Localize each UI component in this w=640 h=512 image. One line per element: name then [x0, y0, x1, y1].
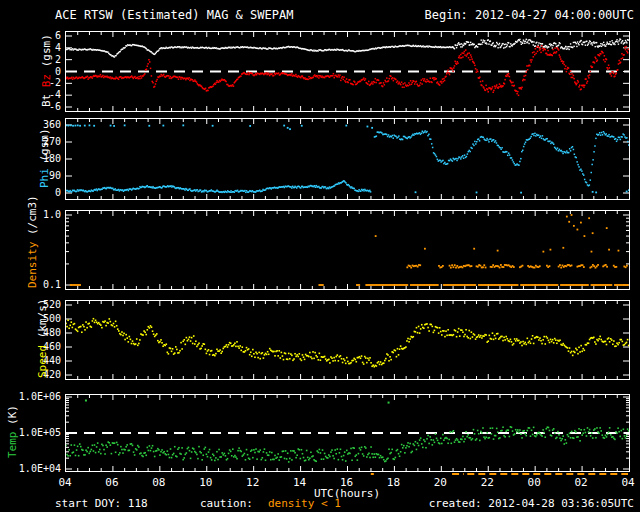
speed-chart [65, 300, 630, 380]
start-doy-label: start DOY: 118 [55, 497, 148, 510]
caution-label: caution: [200, 497, 253, 510]
phi-ytick-label: 90 [0, 170, 61, 181]
speed-ytick-label: 460 [0, 341, 61, 352]
y-axis-label-part: Density [26, 242, 39, 288]
caution-value: density < 1 [268, 497, 341, 510]
temp-chart [65, 394, 630, 472]
x-tick-label: 22 [474, 476, 500, 489]
bt_bz-y-axis-label: Bt Bz (gsm) [40, 31, 53, 110]
x-tick-label: 10 [193, 476, 219, 489]
x-tick-label: 02 [568, 476, 594, 489]
y-axis-label-part: (gsm) [38, 128, 51, 168]
x-tick-label: 04 [52, 476, 78, 489]
speed-ytick-label: 440 [0, 355, 61, 366]
bt_bz-chart [65, 31, 630, 112]
x-tick-label: 20 [427, 476, 453, 489]
x-tick-label: 04 [615, 476, 640, 489]
density-y-axis-label: Density (/cm3) [26, 210, 39, 288]
ace-rtsw-plot-page: { "header": { "title_left": "ACE RTSW (E… [0, 0, 640, 512]
begin-timestamp: Begin: 2012-04-27 04:00:00UTC [424, 8, 634, 22]
temp-y-axis-label: Temp (K) [6, 394, 19, 470]
y-axis-label-part: Speed [36, 345, 49, 378]
phi-y-axis-label: Phi (gsm) [38, 118, 51, 198]
speed-ytick-label: 500 [0, 313, 61, 324]
phi-ytick-label: 270 [0, 136, 61, 147]
y-axis-label-part: Bz [40, 74, 53, 87]
created-timestamp: created: 2012-04-28 03:36:05UTC [429, 497, 634, 510]
y-axis-label-part: (gsm) [40, 34, 53, 74]
x-tick-label: 00 [521, 476, 547, 489]
y-axis-label-part: Bt [40, 87, 53, 107]
y-axis-label-part: Phi [38, 168, 51, 188]
x-tick-label: 12 [240, 476, 266, 489]
density-chart [65, 210, 630, 290]
plot-title: ACE RTSW (Estimated) MAG & SWEPAM [55, 8, 293, 22]
x-tick-label: 06 [99, 476, 125, 489]
phi-ytick-label: 180 [0, 153, 61, 164]
speed-y-axis-label: Speed (km/s) [36, 300, 49, 378]
phi-chart [65, 118, 630, 200]
y-axis-label-part: (/cm3) [26, 195, 39, 241]
speed-ytick-label: 520 [0, 299, 61, 310]
x-tick-label: 08 [146, 476, 172, 489]
y-axis-label-part: (K) [6, 406, 19, 433]
speed-ytick-label: 420 [0, 369, 61, 380]
phi-ytick-label: 360 [0, 119, 61, 130]
y-axis-label-part: Temp [6, 432, 19, 459]
speed-ytick-label: 480 [0, 327, 61, 338]
y-axis-label-part: (km/s) [36, 299, 49, 345]
